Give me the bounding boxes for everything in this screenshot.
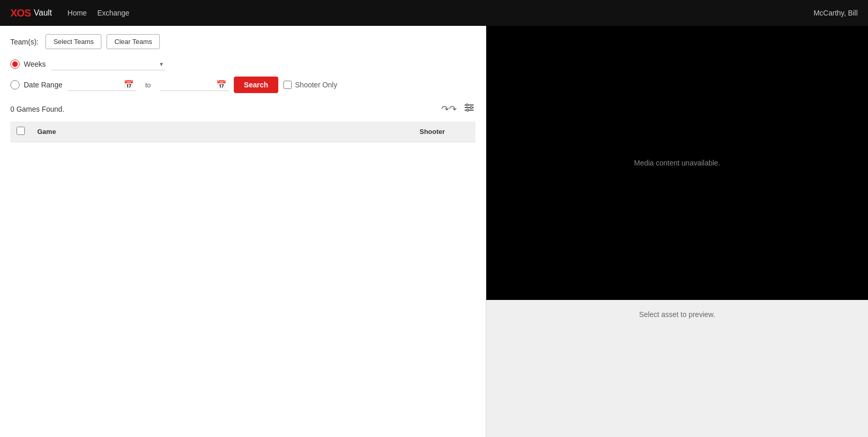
games-table: Game Shooter — [10, 122, 475, 142]
results-count: 0 Games Found. — [10, 105, 64, 113]
share-icon: ↷↷ — [441, 104, 457, 114]
nav-exchange[interactable]: Exchange — [97, 7, 129, 19]
shooter-only-label: Shooter Only — [295, 81, 337, 89]
date-from-wrap: 📅 — [68, 79, 136, 91]
th-shooter: Shooter — [413, 122, 475, 142]
shooter-only-wrap: Shooter Only — [283, 81, 337, 89]
th-game: Game — [31, 122, 413, 142]
calendar-to-icon[interactable]: 📅 — [216, 80, 227, 89]
xo-letters: XO — [10, 7, 24, 19]
table-header-row: Game Shooter — [10, 122, 475, 142]
select-asset-text: Select asset to preview. — [639, 310, 715, 319]
search-button[interactable]: Search — [234, 77, 279, 93]
date-range-radio-item: Date Range — [10, 80, 63, 89]
results-header: 0 Games Found. ↷↷ — [10, 99, 475, 116]
svg-point-5 — [467, 109, 469, 111]
brand: XOS Vault — [10, 7, 52, 19]
date-to-label: to — [141, 81, 155, 89]
svg-rect-2 — [465, 110, 474, 111]
video-area: Media content unavailable. — [486, 26, 868, 300]
results-actions: ↷↷ — [440, 101, 475, 116]
weeks-radio-label: Weeks — [24, 60, 46, 68]
teams-row: Team(s): Select Teams Clear Teams — [10, 34, 475, 49]
settings-icon-button[interactable] — [463, 101, 475, 116]
th-checkbox — [10, 122, 31, 142]
svg-point-3 — [466, 104, 468, 106]
date-to-wrap: 📅 — [160, 79, 229, 91]
vault-label: Vault — [34, 8, 52, 18]
date-range-radio-label: Date Range — [24, 81, 63, 89]
nav-home[interactable]: Home — [68, 7, 87, 19]
date-range-radio[interactable] — [10, 80, 20, 89]
settings-icon — [464, 104, 474, 115]
select-teams-button[interactable]: Select Teams — [46, 34, 101, 49]
share-icon-button[interactable]: ↷↷ — [440, 101, 458, 116]
xos-logo: XOS — [10, 7, 31, 19]
weeks-select[interactable]: Week 1 Week 2 Week 3 — [51, 57, 165, 70]
clear-teams-button[interactable]: Clear Teams — [107, 34, 160, 49]
navbar: XOS Vault Home Exchange McCarthy, Bill — [0, 0, 868, 26]
shooter-only-checkbox[interactable] — [283, 81, 292, 89]
preview-area: Select asset to preview. — [486, 300, 868, 437]
weeks-filter-row: Weeks Week 1 Week 2 Week 3 — [10, 57, 475, 70]
main-container: Team(s): Select Teams Clear Teams Weeks … — [0, 26, 868, 437]
left-panel: Team(s): Select Teams Clear Teams Weeks … — [0, 26, 486, 437]
user-name: McCarthy, Bill — [814, 9, 858, 17]
weeks-select-wrapper: Week 1 Week 2 Week 3 — [51, 57, 165, 70]
nav-links: Home Exchange — [68, 7, 814, 19]
date-to-input[interactable] — [162, 81, 214, 88]
weeks-radio-item: Weeks — [10, 59, 46, 69]
svg-point-4 — [470, 107, 472, 109]
right-panel: Media content unavailable. Select asset … — [486, 26, 868, 437]
weeks-radio[interactable] — [10, 59, 20, 69]
s-letter: S — [24, 7, 31, 19]
media-unavailable-text: Media content unavailable. — [634, 159, 721, 167]
date-from-input[interactable] — [70, 81, 122, 88]
date-range-filter-row: Date Range 📅 to 📅 Search Shooter Only — [10, 77, 475, 93]
select-all-checkbox[interactable] — [17, 127, 25, 135]
teams-label: Team(s): — [10, 38, 38, 46]
calendar-from-icon[interactable]: 📅 — [124, 80, 134, 89]
